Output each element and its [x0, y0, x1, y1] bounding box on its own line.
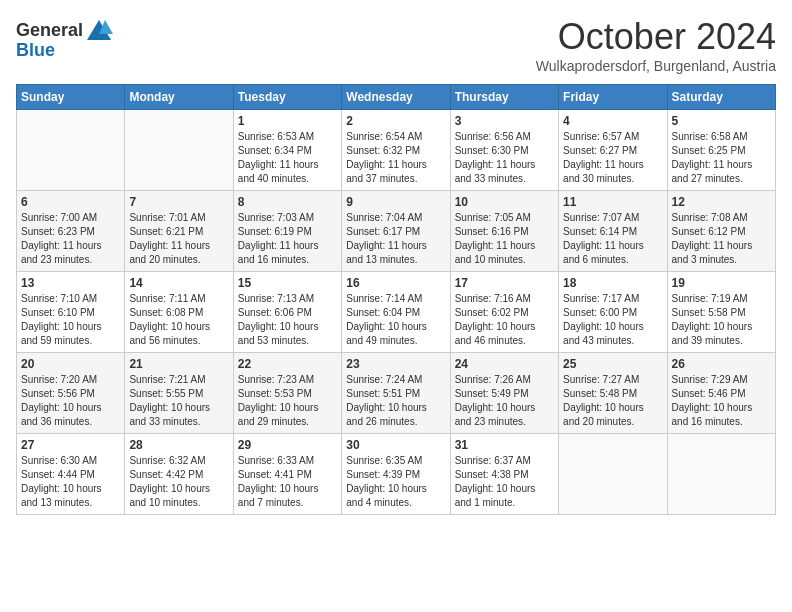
cell-info: Sunrise: 7:10 AMSunset: 6:10 PMDaylight:… — [21, 292, 120, 348]
cell-date-number: 22 — [238, 357, 337, 371]
col-header-thursday: Thursday — [450, 85, 558, 110]
cell-info: Sunrise: 7:24 AMSunset: 5:51 PMDaylight:… — [346, 373, 445, 429]
calendar-cell — [667, 434, 775, 515]
calendar-cell: 26Sunrise: 7:29 AMSunset: 5:46 PMDayligh… — [667, 353, 775, 434]
logo-blue-text: Blue — [16, 40, 55, 61]
cell-info: Sunrise: 7:00 AMSunset: 6:23 PMDaylight:… — [21, 211, 120, 267]
cell-info: Sunrise: 6:54 AMSunset: 6:32 PMDaylight:… — [346, 130, 445, 186]
cell-date-number: 24 — [455, 357, 554, 371]
calendar-cell: 27Sunrise: 6:30 AMSunset: 4:44 PMDayligh… — [17, 434, 125, 515]
cell-date-number: 13 — [21, 276, 120, 290]
cell-info: Sunrise: 6:53 AMSunset: 6:34 PMDaylight:… — [238, 130, 337, 186]
week-row-5: 27Sunrise: 6:30 AMSunset: 4:44 PMDayligh… — [17, 434, 776, 515]
calendar-cell: 14Sunrise: 7:11 AMSunset: 6:08 PMDayligh… — [125, 272, 233, 353]
calendar-cell: 24Sunrise: 7:26 AMSunset: 5:49 PMDayligh… — [450, 353, 558, 434]
calendar-cell: 8Sunrise: 7:03 AMSunset: 6:19 PMDaylight… — [233, 191, 341, 272]
location-subtitle: Wulkaprodersdorf, Burgenland, Austria — [536, 58, 776, 74]
cell-info: Sunrise: 6:58 AMSunset: 6:25 PMDaylight:… — [672, 130, 771, 186]
cell-date-number: 16 — [346, 276, 445, 290]
cell-date-number: 9 — [346, 195, 445, 209]
calendar-cell: 18Sunrise: 7:17 AMSunset: 6:00 PMDayligh… — [559, 272, 667, 353]
logo: General Blue — [16, 16, 113, 61]
cell-info: Sunrise: 7:08 AMSunset: 6:12 PMDaylight:… — [672, 211, 771, 267]
calendar-cell — [17, 110, 125, 191]
cell-date-number: 3 — [455, 114, 554, 128]
cell-info: Sunrise: 7:20 AMSunset: 5:56 PMDaylight:… — [21, 373, 120, 429]
cell-date-number: 25 — [563, 357, 662, 371]
cell-info: Sunrise: 6:56 AMSunset: 6:30 PMDaylight:… — [455, 130, 554, 186]
cell-info: Sunrise: 7:23 AMSunset: 5:53 PMDaylight:… — [238, 373, 337, 429]
cell-info: Sunrise: 7:26 AMSunset: 5:49 PMDaylight:… — [455, 373, 554, 429]
cell-info: Sunrise: 7:17 AMSunset: 6:00 PMDaylight:… — [563, 292, 662, 348]
calendar-cell — [559, 434, 667, 515]
week-row-4: 20Sunrise: 7:20 AMSunset: 5:56 PMDayligh… — [17, 353, 776, 434]
calendar-cell: 17Sunrise: 7:16 AMSunset: 6:02 PMDayligh… — [450, 272, 558, 353]
cell-info: Sunrise: 6:32 AMSunset: 4:42 PMDaylight:… — [129, 454, 228, 510]
calendar-cell: 30Sunrise: 6:35 AMSunset: 4:39 PMDayligh… — [342, 434, 450, 515]
col-header-wednesday: Wednesday — [342, 85, 450, 110]
logo-icon — [85, 16, 113, 44]
cell-info: Sunrise: 7:29 AMSunset: 5:46 PMDaylight:… — [672, 373, 771, 429]
calendar-cell: 6Sunrise: 7:00 AMSunset: 6:23 PMDaylight… — [17, 191, 125, 272]
col-header-friday: Friday — [559, 85, 667, 110]
cell-date-number: 1 — [238, 114, 337, 128]
calendar-cell: 23Sunrise: 7:24 AMSunset: 5:51 PMDayligh… — [342, 353, 450, 434]
cell-info: Sunrise: 7:21 AMSunset: 5:55 PMDaylight:… — [129, 373, 228, 429]
cell-date-number: 6 — [21, 195, 120, 209]
calendar-table: SundayMondayTuesdayWednesdayThursdayFrid… — [16, 84, 776, 515]
cell-date-number: 2 — [346, 114, 445, 128]
calendar-cell: 16Sunrise: 7:14 AMSunset: 6:04 PMDayligh… — [342, 272, 450, 353]
calendar-header-row: SundayMondayTuesdayWednesdayThursdayFrid… — [17, 85, 776, 110]
calendar-cell: 1Sunrise: 6:53 AMSunset: 6:34 PMDaylight… — [233, 110, 341, 191]
cell-date-number: 31 — [455, 438, 554, 452]
calendar-cell: 11Sunrise: 7:07 AMSunset: 6:14 PMDayligh… — [559, 191, 667, 272]
cell-date-number: 18 — [563, 276, 662, 290]
calendar-cell: 29Sunrise: 6:33 AMSunset: 4:41 PMDayligh… — [233, 434, 341, 515]
week-row-2: 6Sunrise: 7:00 AMSunset: 6:23 PMDaylight… — [17, 191, 776, 272]
calendar-cell: 25Sunrise: 7:27 AMSunset: 5:48 PMDayligh… — [559, 353, 667, 434]
cell-info: Sunrise: 6:30 AMSunset: 4:44 PMDaylight:… — [21, 454, 120, 510]
cell-info: Sunrise: 7:19 AMSunset: 5:58 PMDaylight:… — [672, 292, 771, 348]
col-header-sunday: Sunday — [17, 85, 125, 110]
col-header-tuesday: Tuesday — [233, 85, 341, 110]
cell-date-number: 23 — [346, 357, 445, 371]
cell-date-number: 30 — [346, 438, 445, 452]
week-row-1: 1Sunrise: 6:53 AMSunset: 6:34 PMDaylight… — [17, 110, 776, 191]
calendar-cell: 21Sunrise: 7:21 AMSunset: 5:55 PMDayligh… — [125, 353, 233, 434]
cell-date-number: 17 — [455, 276, 554, 290]
month-title: October 2024 — [536, 16, 776, 58]
calendar-cell: 20Sunrise: 7:20 AMSunset: 5:56 PMDayligh… — [17, 353, 125, 434]
cell-date-number: 5 — [672, 114, 771, 128]
calendar-cell: 12Sunrise: 7:08 AMSunset: 6:12 PMDayligh… — [667, 191, 775, 272]
cell-date-number: 28 — [129, 438, 228, 452]
cell-info: Sunrise: 6:35 AMSunset: 4:39 PMDaylight:… — [346, 454, 445, 510]
cell-info: Sunrise: 6:33 AMSunset: 4:41 PMDaylight:… — [238, 454, 337, 510]
calendar-cell: 31Sunrise: 6:37 AMSunset: 4:38 PMDayligh… — [450, 434, 558, 515]
calendar-cell: 13Sunrise: 7:10 AMSunset: 6:10 PMDayligh… — [17, 272, 125, 353]
cell-date-number: 20 — [21, 357, 120, 371]
cell-date-number: 26 — [672, 357, 771, 371]
cell-info: Sunrise: 7:01 AMSunset: 6:21 PMDaylight:… — [129, 211, 228, 267]
page-header: General Blue October 2024 Wulkaprodersdo… — [16, 16, 776, 74]
cell-info: Sunrise: 7:13 AMSunset: 6:06 PMDaylight:… — [238, 292, 337, 348]
cell-info: Sunrise: 7:27 AMSunset: 5:48 PMDaylight:… — [563, 373, 662, 429]
cell-date-number: 10 — [455, 195, 554, 209]
calendar-cell: 10Sunrise: 7:05 AMSunset: 6:16 PMDayligh… — [450, 191, 558, 272]
cell-info: Sunrise: 7:16 AMSunset: 6:02 PMDaylight:… — [455, 292, 554, 348]
calendar-cell: 4Sunrise: 6:57 AMSunset: 6:27 PMDaylight… — [559, 110, 667, 191]
cell-info: Sunrise: 7:07 AMSunset: 6:14 PMDaylight:… — [563, 211, 662, 267]
cell-info: Sunrise: 7:05 AMSunset: 6:16 PMDaylight:… — [455, 211, 554, 267]
cell-info: Sunrise: 6:37 AMSunset: 4:38 PMDaylight:… — [455, 454, 554, 510]
cell-date-number: 19 — [672, 276, 771, 290]
calendar-cell: 2Sunrise: 6:54 AMSunset: 6:32 PMDaylight… — [342, 110, 450, 191]
cell-date-number: 12 — [672, 195, 771, 209]
calendar-cell: 15Sunrise: 7:13 AMSunset: 6:06 PMDayligh… — [233, 272, 341, 353]
calendar-cell: 5Sunrise: 6:58 AMSunset: 6:25 PMDaylight… — [667, 110, 775, 191]
cell-date-number: 8 — [238, 195, 337, 209]
logo-general-text: General — [16, 20, 83, 41]
cell-date-number: 15 — [238, 276, 337, 290]
cell-date-number: 27 — [21, 438, 120, 452]
title-block: October 2024 Wulkaprodersdorf, Burgenlan… — [536, 16, 776, 74]
cell-info: Sunrise: 7:04 AMSunset: 6:17 PMDaylight:… — [346, 211, 445, 267]
cell-date-number: 21 — [129, 357, 228, 371]
